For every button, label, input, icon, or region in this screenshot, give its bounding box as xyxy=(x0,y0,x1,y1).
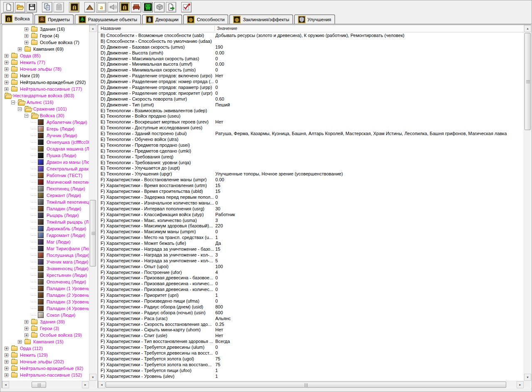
tree-item[interactable]: +Ночные эльфы (202) xyxy=(2,358,89,365)
tree-expand-plus-icon[interactable]: + xyxy=(25,34,28,38)
property-row[interactable]: E) Технологии - Улучшается до (uupt) xyxy=(98,165,524,171)
tree-item[interactable]: Сержант (Люди) xyxy=(2,192,89,199)
property-row[interactable]: F) Характеристики - Скрыть мини-карту (u… xyxy=(98,327,524,333)
property-row[interactable]: E) Технологии - Предметов сделано (umki) xyxy=(98,148,524,154)
tree-vscroll-thumb[interactable] xyxy=(90,200,96,266)
property-row[interactable]: F) Характеристики - Уровень (ulev)1 xyxy=(98,374,524,380)
tree-item[interactable]: Огнепушка (|cffffcc00 xyxy=(2,139,89,145)
tree-item[interactable]: Маг Тирисфаля (Люд xyxy=(2,245,89,252)
property-row[interactable]: D) Движение - Минимальная высота (umvf)0… xyxy=(98,62,524,67)
property-row[interactable]: F) Характеристики - Требуется древесины … xyxy=(98,345,524,350)
open-file-button[interactable] xyxy=(15,2,25,12)
tree-item[interactable]: +Особые войска (7) xyxy=(2,39,89,46)
tree-horizontal-scrollbar[interactable]: ◄ ► xyxy=(2,381,89,388)
property-row[interactable]: E) Технологии - Требования: уровни (urqa… xyxy=(98,160,524,166)
tree-item[interactable]: +Герои (3) xyxy=(2,325,89,332)
property-row[interactable]: F) Характеристики - Место на трансп. сре… xyxy=(98,235,524,241)
tree-expand-plus-icon[interactable]: + xyxy=(25,27,28,31)
property-row[interactable]: B) Способности - Способность по умолчани… xyxy=(98,39,524,44)
tree-item[interactable]: Крестьянин (Люди) xyxy=(2,272,89,279)
property-row[interactable]: D) Движение - Высота (umvh)0.00 xyxy=(98,50,524,56)
tree-expand-plus-icon[interactable]: + xyxy=(5,61,8,64)
tree-item[interactable]: +Нежить (77) xyxy=(2,59,89,66)
tree-item[interactable]: Паладин (Люди) xyxy=(2,205,89,212)
properties-vscroll-thumb[interactable] xyxy=(525,33,531,130)
property-row[interactable]: D) Движение - Разделение отрядов: номер … xyxy=(98,79,524,85)
property-row[interactable]: E) Технологии - Требования (ureq) xyxy=(98,154,524,160)
tree-item[interactable]: +Кампания (15) xyxy=(2,338,89,345)
property-row[interactable]: F) Характеристики - Награда за уничтожен… xyxy=(98,247,524,252)
tree-vertical-scrollbar[interactable]: ▲ ▼ xyxy=(89,25,96,381)
tree-item[interactable]: Дирижабль (Люди) xyxy=(2,225,89,232)
tree-expand-plus-icon[interactable]: + xyxy=(5,81,8,84)
property-row[interactable]: E) Технологии - Улучшения (upgr)Улучшенн… xyxy=(98,171,524,177)
tree-item[interactable]: Паладин (4 Уровень) xyxy=(2,305,89,312)
property-row[interactable]: F) Характеристики - Требуется золота (ug… xyxy=(98,356,524,362)
destructibles-button[interactable] xyxy=(143,2,153,12)
property-row[interactable]: F) Характеристики - Требуется пищи (ufoo… xyxy=(98,368,524,374)
tree-expand-plus-icon[interactable]: + xyxy=(5,360,8,364)
terrain-button[interactable] xyxy=(84,2,95,12)
property-row[interactable]: E) Технологии - Обучено войск (utra) xyxy=(98,137,524,143)
property-row[interactable]: F) Характеристики - Макс. количество (us… xyxy=(98,218,524,224)
tree-item[interactable]: +Особые войска (29) xyxy=(2,332,89,338)
tree-expand-plus-icon[interactable]: + xyxy=(25,41,28,44)
tree-item[interactable]: Послушница (Люди) xyxy=(2,252,89,259)
sound-button[interactable] xyxy=(108,2,118,12)
tab-abilities[interactable]: Способности xyxy=(183,15,228,24)
tree-item[interactable]: +Ночные эльфы (78) xyxy=(2,66,89,72)
tree-item[interactable]: Маг (Люди) xyxy=(2,239,89,245)
tree-item[interactable]: +Нейтрально-враждебные (292) xyxy=(2,79,89,86)
tree-expand-plus-icon[interactable]: + xyxy=(5,367,8,370)
tree-item[interactable]: Тяжёлый пехотинец xyxy=(2,199,89,205)
scroll-left-icon[interactable]: ◄ xyxy=(2,381,9,388)
tree-item[interactable]: −Войска (30) xyxy=(2,112,89,119)
tree-item[interactable]: Паладин (2 Уровень) xyxy=(2,292,89,298)
column-header-value[interactable]: Значение xyxy=(217,26,237,31)
properties-hscroll-thumb[interactable] xyxy=(106,382,506,388)
tree-item[interactable]: +Здания (39) xyxy=(2,318,89,325)
tree-expand-plus-icon[interactable]: + xyxy=(18,47,22,51)
property-row[interactable]: F) Характеристики - Задержка перед первы… xyxy=(98,195,524,200)
doodads-button[interactable] xyxy=(131,2,141,12)
tree-expand-plus-icon[interactable]: + xyxy=(5,347,8,350)
tree-item[interactable]: Магический пехотин xyxy=(2,179,89,185)
tree-item[interactable]: Ополченец (Люди) xyxy=(2,279,89,285)
property-row[interactable]: D) Движение - Базовая скорость (umvs)190 xyxy=(98,44,524,50)
scroll-up-icon[interactable]: ▲ xyxy=(524,25,531,32)
scroll-up-icon[interactable]: ▲ xyxy=(89,25,96,32)
scroll-right-icon[interactable]: ► xyxy=(517,381,524,388)
tree-item[interactable]: Арбалетчик (Люди) xyxy=(2,119,89,126)
verify-button[interactable] xyxy=(181,2,192,12)
text-button[interactable]: a xyxy=(96,2,106,12)
property-row[interactable]: F) Характеристики - Требуется древесины … xyxy=(98,350,524,356)
tab-units[interactable]: Войска xyxy=(1,13,33,24)
scroll-right-icon[interactable]: ► xyxy=(82,381,89,388)
scroll-left-icon[interactable]: ◄ xyxy=(98,381,105,388)
tree-item[interactable]: Пушка (Люди) xyxy=(2,152,89,159)
tree-expand-plus-icon[interactable]: + xyxy=(5,87,8,91)
property-row[interactable]: D) Движение - Скорость поворота (umvr)0.… xyxy=(98,96,524,102)
tree-expand-plus-icon[interactable]: + xyxy=(25,320,28,324)
property-row[interactable]: F) Характеристики - Радиус обзора (днем)… xyxy=(98,304,524,310)
tree-item[interactable]: +Кампания (69) xyxy=(2,46,89,52)
tree-expand-plus-icon[interactable]: + xyxy=(5,353,8,357)
tree-item[interactable]: Сокол (Люди) xyxy=(2,312,89,318)
tree-expand-plus-icon[interactable]: + xyxy=(18,340,22,344)
tree-item[interactable]: +Наги (19) xyxy=(2,72,89,79)
property-row[interactable]: F) Характеристики - Приоритет (upri)1 xyxy=(98,293,524,298)
property-row[interactable]: E) Технологии - Взаимосвязь эквивалентов… xyxy=(98,108,524,114)
tree-expand-minus-icon[interactable]: − xyxy=(18,107,22,111)
tree-item[interactable]: +Орда (85) xyxy=(2,52,89,59)
tree-item[interactable]: +Здания (16) xyxy=(2,26,89,32)
tree-item[interactable]: −Сражение (101) xyxy=(2,106,89,112)
property-row[interactable]: D) Движение - Минимальная скорость (umis… xyxy=(98,67,524,73)
tree-item[interactable]: Дракон из маны (Лю xyxy=(2,159,89,165)
tree-hscroll-thumb[interactable] xyxy=(32,382,46,388)
property-row[interactable]: E) Технологии - Воскрешает мертвых герое… xyxy=(98,119,524,125)
property-row[interactable]: F) Характеристики - Требуется золота на … xyxy=(98,362,524,368)
units-button[interactable] xyxy=(119,2,130,12)
tree-item[interactable]: −Альянс (116) xyxy=(2,99,89,106)
property-row[interactable]: D) Движение - Максимальная скорость (uma… xyxy=(98,56,524,62)
decorations-button[interactable] xyxy=(154,2,165,12)
